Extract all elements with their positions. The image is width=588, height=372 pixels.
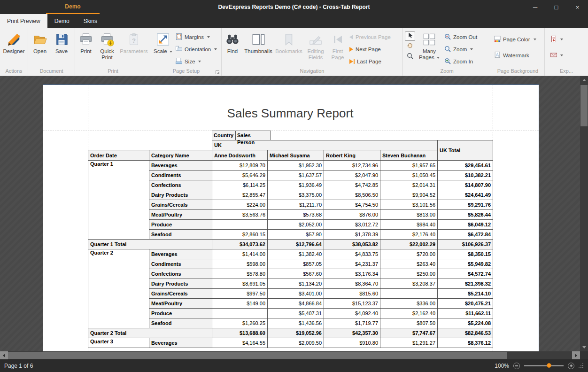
value-cell: $4,866.84 xyxy=(268,299,324,309)
scale-button[interactable]: Scale xyxy=(152,30,174,67)
value-cell: $573.68 xyxy=(268,210,324,220)
total-value-cell: $22,002.29 xyxy=(380,240,438,249)
value-cell: $815.60 xyxy=(324,289,380,299)
chevron-down-icon xyxy=(214,48,217,50)
print-button[interactable]: Print xyxy=(76,30,96,67)
crosstab-data-row: Confections$6,114.25$1,936.49$4,742.85$2… xyxy=(88,180,493,190)
scroll-left-icon[interactable] xyxy=(0,351,8,359)
bookmarks-label: Bookmarks xyxy=(275,48,302,54)
crosstab-data-row: Meat/Poultry$3,563.76$573.68$876.00$813.… xyxy=(88,210,493,220)
value-cell: $8,691.05 xyxy=(212,279,268,289)
parameters-label: Parameters xyxy=(120,48,147,54)
page-color-icon xyxy=(494,36,501,43)
tab-demo[interactable]: Demo xyxy=(47,14,77,28)
chevron-down-icon xyxy=(470,48,473,50)
salesperson-header: Anne Dodsworth xyxy=(212,150,268,161)
zoom-out-icon xyxy=(444,33,451,41)
tab-print-preview[interactable]: Print Preview xyxy=(0,14,47,28)
export-document-button[interactable] xyxy=(549,34,565,44)
vertical-scrollbar-thumb[interactable] xyxy=(580,85,588,126)
value-cell: $5,646.29 xyxy=(212,170,268,180)
size-button[interactable]: Size xyxy=(174,56,219,66)
uk-total-value-cell: $10,382.21 xyxy=(438,170,493,180)
send-via-email-button[interactable] xyxy=(549,50,565,60)
many-pages-label: Many Pages xyxy=(419,48,436,60)
value-cell: $857.05 xyxy=(268,259,324,269)
value-cell: $336.00 xyxy=(380,299,438,309)
scale-icon xyxy=(155,32,170,47)
horizontal-scrollbar-thumb[interactable] xyxy=(8,352,507,359)
designer-button[interactable]: Designer xyxy=(1,30,27,67)
save-button[interactable]: Save xyxy=(51,30,72,67)
total-value-cell: $42,357.30 xyxy=(324,328,380,338)
value-cell xyxy=(212,309,268,318)
uk-total-value-cell: $29,454.61 xyxy=(438,161,493,170)
statusbar-zoom-in-icon[interactable] xyxy=(568,363,574,369)
value-cell: $910.80 xyxy=(324,338,380,348)
vertical-scrollbar[interactable] xyxy=(580,76,588,351)
zoom-in-button[interactable]: Zoom In xyxy=(442,56,479,66)
value-cell: $3,563.76 xyxy=(212,210,268,220)
minimize-icon[interactable]: ─ xyxy=(525,0,546,14)
crosstab-data-row: Condiments$598.00$857.05$4,231.37$263.40… xyxy=(88,259,493,269)
category-cell: Beverages xyxy=(149,161,212,170)
report-page: Sales Summary Report Country Sales Perso… xyxy=(43,85,539,359)
close-icon[interactable]: × xyxy=(567,0,588,14)
scrollbar-corner xyxy=(580,351,588,359)
previous-page-label: Previous Page xyxy=(356,34,391,40)
titlebar-demo-tab[interactable]: Demo xyxy=(46,0,100,14)
zoom-level-value: 100% xyxy=(495,363,509,369)
last-page-button[interactable]: Last Page xyxy=(348,56,393,66)
scroll-up-icon[interactable] xyxy=(580,76,588,84)
last-page-icon xyxy=(349,59,355,64)
maximize-icon[interactable]: □ xyxy=(546,0,567,14)
hand-tool-button[interactable] xyxy=(405,42,415,51)
crosstab: Country Sales Person UK UK Total Order D… xyxy=(88,131,493,348)
zoom-button[interactable]: Zoom xyxy=(442,44,479,54)
watermark-button[interactable]: Watermark xyxy=(492,50,538,60)
editing-fields-icon xyxy=(308,32,323,47)
horizontal-scrollbar[interactable] xyxy=(0,351,580,359)
uk-total-value-cell: $11,662.11 xyxy=(438,309,493,318)
find-button[interactable]: Find xyxy=(223,30,242,67)
zoom-out-button[interactable]: Zoom Out xyxy=(442,32,479,42)
scroll-down-icon[interactable] xyxy=(580,343,588,351)
magnifier-tool-button[interactable] xyxy=(405,52,415,62)
value-cell: $8,364.70 xyxy=(324,279,380,289)
margins-button[interactable]: Margins xyxy=(174,32,219,42)
parameters-icon: ? xyxy=(126,32,141,47)
column-header-row: Order Date Category Name Anne Dodsworth … xyxy=(88,150,493,161)
zoom-in-label: Zoom In xyxy=(453,59,473,64)
total-value-cell: $34,073.62 xyxy=(212,240,268,249)
crosstab-data-row: Confections$578.80$567.60$3,176.34$250.0… xyxy=(88,269,493,279)
watermark-icon xyxy=(494,52,501,59)
page-color-button[interactable]: Page Color xyxy=(492,34,538,44)
first-page-button: First Page xyxy=(328,30,348,67)
ribbon-group-print: Print Quick Print ? Parameters Print xyxy=(75,28,151,76)
zoom-slider-handle[interactable] xyxy=(547,363,551,368)
quick-print-button[interactable]: Quick Print xyxy=(96,30,118,67)
orientation-button[interactable]: Orientation xyxy=(174,44,219,54)
value-cell: $6,114.25 xyxy=(212,180,268,190)
ribbon: Designer Actions Open Save Document xyxy=(0,28,588,76)
print-label: Print xyxy=(80,48,92,54)
tab-skins[interactable]: Skins xyxy=(77,14,104,28)
document-preview-area[interactable]: Sales Summary Report Country Sales Perso… xyxy=(0,76,588,359)
value-cell: $2,047.90 xyxy=(324,170,380,180)
scroll-right-icon[interactable] xyxy=(572,351,580,359)
pointer-tool-button[interactable] xyxy=(405,31,415,41)
orientation-label: Orientation xyxy=(185,46,211,52)
value-cell: $1,637.57 xyxy=(268,170,324,180)
category-cell: Beverages xyxy=(149,338,212,348)
zoom-slider[interactable] xyxy=(524,365,564,366)
next-page-button[interactable]: Next Page xyxy=(348,44,393,54)
next-page-label: Next Page xyxy=(356,46,381,52)
statusbar-zoom-out-icon[interactable] xyxy=(513,363,520,369)
value-cell: $12,809.70 xyxy=(212,161,268,170)
open-button[interactable]: Open xyxy=(29,30,51,67)
page-setup-dialog-launcher-icon[interactable] xyxy=(216,70,219,74)
value-cell: $57.90 xyxy=(268,230,324,240)
thumbnails-button[interactable]: Thumbnails xyxy=(242,30,274,67)
many-pages-button[interactable]: Many Pages xyxy=(416,30,442,67)
watermark-label: Watermark xyxy=(503,53,529,58)
